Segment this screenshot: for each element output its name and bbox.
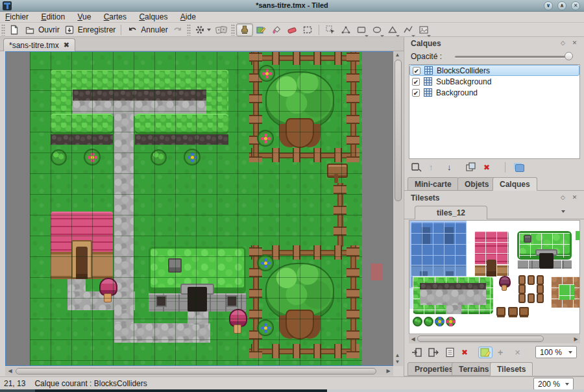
save-button[interactable]: Enregistrer (62, 23, 118, 36)
new-map-button[interactable] (6, 23, 22, 36)
close-panel-icon[interactable]: ✕ (570, 193, 579, 202)
add-terrain-button[interactable]: + (498, 347, 509, 358)
toolbar-handle[interactable] (1, 24, 5, 36)
import-tileset-button[interactable] (411, 347, 422, 358)
scroll-right-icon[interactable]: ▶ (384, 368, 393, 374)
layer-row-background[interactable]: ✔ Background (409, 87, 579, 98)
terrain-brush-tool[interactable] (253, 23, 269, 36)
rock-band (73, 90, 206, 101)
menu-edition[interactable]: Edition (36, 12, 70, 23)
map-vscroll-thumb[interactable] (395, 60, 402, 201)
tile-layer-icon (424, 88, 432, 97)
tileset-list-chevron-icon[interactable] (561, 210, 565, 213)
document-tab-label: *sans-titre.tmx (9, 41, 59, 50)
layers-toolbar-separator (505, 162, 505, 173)
layer-row-subbackground[interactable]: ✔ SubBackground (409, 76, 579, 87)
ts-table-3 (519, 307, 529, 316)
opacity-slider[interactable] (455, 51, 573, 62)
ts-dirt-center (559, 284, 574, 300)
edit-terrain-button[interactable] (478, 347, 493, 358)
map-horizontal-scrollbar[interactable]: ◀ ▶ (5, 367, 393, 376)
duplicate-layer-button[interactable] (465, 162, 477, 173)
map-zoom-combo[interactable]: 200 % (533, 378, 574, 390)
float-panel-icon[interactable]: ◇ (559, 193, 567, 202)
rectangular-select-tool[interactable] (300, 23, 315, 36)
outside-map-left (6, 52, 30, 365)
map-hscroll-thumb[interactable] (16, 368, 376, 374)
select-objects-icon (324, 24, 336, 36)
edit-polygons-tool[interactable] (338, 23, 354, 36)
tileset-view[interactable] (409, 220, 580, 334)
float-panel-icon[interactable]: ◇ (559, 39, 567, 47)
scroll-up-icon[interactable]: ▲ (393, 52, 402, 58)
minimize-button[interactable]: ∨ (544, 1, 553, 10)
tab-calques[interactable]: Calques (493, 177, 537, 191)
menu-calques[interactable]: Calques (134, 12, 173, 23)
tab-tilesets[interactable]: Tilesets (490, 362, 533, 376)
random-mode-button[interactable] (213, 23, 230, 36)
raise-layer-button[interactable]: ↑ (429, 162, 441, 173)
toolbar-handle-2[interactable] (187, 24, 191, 36)
menu-aide[interactable]: Aide (175, 12, 201, 23)
close-button[interactable]: ✕ (571, 1, 580, 10)
tileset-hscrollbar[interactable]: ◀ ▶ (409, 335, 580, 343)
close-panel-icon[interactable]: ✕ (570, 39, 579, 47)
insert-polyline-tool[interactable] (400, 23, 416, 36)
rectangle-object-icon (356, 24, 367, 36)
toggle-other-layers-icon[interactable] (515, 164, 524, 172)
maximize-button[interactable]: ∧ (557, 1, 566, 10)
tileset-tab-tiles12[interactable]: tiles_12 (415, 206, 487, 219)
scroll-left-icon[interactable]: ◀ (409, 336, 417, 343)
tab-close-icon[interactable]: ✖ (64, 41, 69, 49)
remove-terrain-button[interactable]: ✕ (515, 347, 526, 358)
redo-button[interactable] (170, 23, 186, 36)
tab-mini-carte[interactable]: Mini-carte (408, 177, 459, 191)
tileset-zoom-value: 100 % (540, 348, 562, 357)
main-toolbar: Ouvrir Enregistrer Annuler (0, 23, 584, 37)
menu-fichier[interactable]: Fichier (0, 12, 34, 23)
export-tileset-button[interactable] (428, 347, 439, 358)
map-vertical-scrollbar[interactable]: ▲ ▲ ▼ (393, 51, 403, 366)
eraser-tool[interactable] (284, 23, 300, 36)
opacity-slider-handle[interactable] (565, 52, 573, 60)
layer-visibility-checkbox[interactable]: ✔ (413, 67, 420, 75)
menu-vue[interactable]: Vue (72, 12, 96, 23)
map-canvas[interactable] (5, 51, 393, 366)
insert-tile-object-tool[interactable] (416, 23, 432, 36)
layer-row-blockscolliders[interactable]: ✔ BlocksColliders (409, 65, 579, 76)
scroll-down-icon[interactable]: ▼ (393, 359, 402, 365)
bucket-fill-tool[interactable] (269, 23, 284, 36)
toolbar-handle-3[interactable] (231, 24, 235, 36)
layer-visibility-checkbox[interactable]: ✔ (412, 89, 420, 97)
insert-ellipse-tool[interactable] (369, 23, 385, 36)
add-layer-button[interactable] (411, 162, 422, 173)
undo-button[interactable]: Annuler (125, 23, 169, 36)
select-objects-tool[interactable] (322, 23, 338, 36)
open-button[interactable]: Ouvrir (22, 23, 62, 36)
tab-objets[interactable]: Objets (457, 177, 496, 191)
stamp-brush-tool[interactable] (236, 23, 253, 36)
save-button-label: Enregistrer (78, 25, 116, 34)
layer-list[interactable]: ✔ BlocksColliders ✔ SubBackground ✔ Back… (409, 64, 580, 159)
tileset-hscroll-thumb[interactable] (417, 336, 544, 342)
commands-button[interactable] (192, 23, 213, 36)
map-area[interactable] (30, 52, 362, 365)
tileset-properties-button[interactable] (444, 347, 456, 358)
insert-polygon-tool[interactable] (385, 23, 400, 36)
layers-panel-header: Calques ◇ ✕ (404, 37, 584, 49)
tileset-zoom-combo[interactable]: 100 % (535, 346, 577, 358)
edit-terrain-icon (480, 348, 491, 357)
layer-visibility-checkbox[interactable]: ✔ (412, 78, 420, 86)
remove-tileset-button[interactable]: ✖ (461, 347, 473, 358)
lower-layer-button[interactable]: ↓ (447, 162, 459, 173)
insert-rectangle-tool[interactable] (354, 23, 369, 36)
scroll-left-icon[interactable]: ◀ (6, 368, 14, 374)
flower-pink-row (84, 149, 101, 165)
scroll-right-icon[interactable]: ▶ (572, 336, 580, 343)
polygon-object-icon (387, 24, 398, 36)
ts-bush-1 (413, 317, 422, 326)
scroll-up-icon-2[interactable]: ▲ (393, 352, 402, 359)
menu-cartes[interactable]: Cartes (99, 12, 132, 23)
document-tab[interactable]: *sans-titre.tmx ✖ (3, 38, 75, 51)
remove-layer-button[interactable]: ✖ (483, 162, 495, 173)
